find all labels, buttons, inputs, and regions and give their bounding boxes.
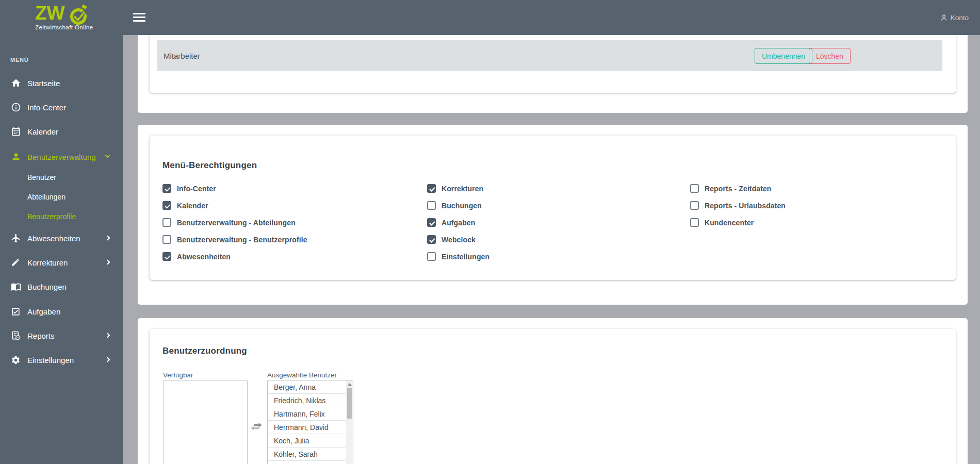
sidebar-item-abwesenheiten[interactable]: Abwesenheiten bbox=[0, 232, 123, 244]
checkbox-row[interactable]: Kundencenter bbox=[690, 214, 786, 231]
logo-tagline: Zeitwirtschaft Online bbox=[35, 24, 93, 30]
checkbox[interactable] bbox=[162, 184, 171, 193]
list-item[interactable]: Berger, Anna bbox=[268, 380, 346, 394]
list-item[interactable] bbox=[268, 461, 346, 464]
app-logo[interactable]: ZW Zeitwirtschaft Online bbox=[35, 3, 93, 30]
hamburger-menu-icon[interactable] bbox=[133, 13, 145, 22]
main-content: Mitarbeiter Umbenennen Löschen Menü-Bere… bbox=[123, 0, 980, 464]
sidebar-item-einstellungen[interactable]: Einstellungen bbox=[0, 354, 123, 366]
permissions-column-1: Info-Center Kalender Benutzerverwaltung … bbox=[162, 180, 307, 265]
list-item[interactable]: Koch, Julia bbox=[268, 434, 346, 448]
permissions-card: Menü-Berechtigungen Info-Center Kalender… bbox=[150, 136, 956, 280]
sidebar-subitem-abteilungen[interactable]: Abteilungen bbox=[0, 191, 123, 203]
task-check-icon bbox=[11, 306, 21, 317]
scrollbar-thumb[interactable] bbox=[347, 388, 352, 419]
chevron-right-icon bbox=[105, 357, 110, 362]
checkbox-row[interactable]: Reports - Zeitdaten bbox=[690, 180, 786, 197]
pencil-icon bbox=[11, 257, 21, 268]
selected-users-listbox[interactable]: Berger, Anna Friedrich, Niklas Hartmann,… bbox=[267, 380, 353, 464]
sidebar-item-aufgaben[interactable]: Aufgaben bbox=[0, 305, 123, 318]
listbox-scrollbar[interactable] bbox=[346, 380, 353, 464]
checkbox[interactable] bbox=[162, 235, 171, 244]
checkbox-row[interactable]: Benutzerverwaltung - Benutzerprofile bbox=[162, 231, 307, 248]
checkbox[interactable] bbox=[690, 201, 699, 210]
home-icon bbox=[11, 78, 21, 88]
checkbox-row[interactable]: Korrekturen bbox=[427, 180, 489, 197]
list-item[interactable]: Herrmann, David bbox=[268, 421, 346, 434]
assignment-title: Benutzerzuordnung bbox=[162, 346, 247, 356]
rename-button[interactable]: Umbenennen bbox=[755, 48, 812, 64]
checkbox-row[interactable]: Abwesenheiten bbox=[162, 248, 307, 265]
checkbox-row[interactable]: Reports - Urlaubsdaten bbox=[690, 197, 786, 214]
logo-text: ZW bbox=[35, 3, 65, 24]
checkbox-row[interactable]: Aufgaben bbox=[427, 214, 489, 231]
sidebar-item-kalender[interactable]: Kalender bbox=[0, 125, 123, 138]
checkbox-row[interactable]: Benutzerverwaltung - Abteilungen bbox=[162, 214, 307, 231]
permissions-column-3: Reports - Zeitdaten Reports - Urlaubsdat… bbox=[690, 180, 786, 231]
book-icon bbox=[11, 281, 21, 292]
table-row-divider bbox=[150, 38, 956, 38]
airplane-icon bbox=[11, 233, 21, 243]
checkbox-row[interactable]: Einstellungen bbox=[427, 248, 489, 265]
info-icon bbox=[11, 102, 21, 112]
profile-row-selected[interactable]: Mitarbeiter Umbenennen Löschen bbox=[157, 40, 942, 71]
checkbox[interactable] bbox=[427, 184, 436, 193]
calendar-icon bbox=[11, 126, 21, 137]
list-item[interactable]: Hartmann, Felix bbox=[268, 407, 346, 421]
checkbox-row[interactable]: Kalender bbox=[162, 197, 307, 214]
list-item[interactable]: Köhler, Sarah bbox=[268, 448, 346, 461]
chevron-right-icon bbox=[105, 236, 110, 241]
sidebar-item-benutzerverwaltung[interactable]: Benutzerverwaltung bbox=[0, 151, 123, 163]
chevron-right-icon bbox=[105, 260, 110, 265]
scroll-up-arrow-icon[interactable] bbox=[348, 383, 352, 386]
account-button[interactable]: Konto bbox=[940, 0, 969, 35]
selected-users-label: Ausgewählte Benutzer bbox=[267, 371, 337, 379]
sidebar-section-label: MENÜ bbox=[10, 57, 29, 63]
assignment-panel: Benutzerzuordnung Verfügbar Ausgewählte … bbox=[138, 318, 968, 464]
checkbox[interactable] bbox=[427, 252, 436, 261]
chevron-right-icon bbox=[105, 333, 110, 338]
checkbox[interactable] bbox=[427, 235, 436, 244]
sidebar: MENÜ Startseite Info-Center Kalender Ben… bbox=[0, 0, 123, 464]
delete-button[interactable]: Löschen bbox=[809, 48, 851, 64]
account-label: Konto bbox=[951, 14, 969, 22]
sidebar-item-buchungen[interactable]: Buchungen bbox=[0, 280, 123, 293]
checkbox-row[interactable]: Buchungen bbox=[427, 197, 489, 214]
sidebar-item-korrekturen[interactable]: Korrekturen bbox=[0, 256, 123, 269]
permissions-panel: Menü-Berechtigungen Info-Center Kalender… bbox=[138, 125, 968, 305]
sidebar-subitem-benutzerprofile[interactable]: Benutzerprofile bbox=[0, 210, 123, 223]
checkbox[interactable] bbox=[427, 218, 436, 227]
transfer-arrows-icon bbox=[251, 423, 262, 433]
checkbox[interactable] bbox=[690, 218, 699, 227]
selected-users-rows: Berger, Anna Friedrich, Niklas Hartmann,… bbox=[268, 380, 346, 464]
sidebar-item-startseite[interactable]: Startseite bbox=[0, 77, 123, 89]
sidebar-item-info-center[interactable]: Info-Center bbox=[0, 101, 123, 113]
checkbox[interactable] bbox=[162, 218, 171, 227]
checkbox[interactable] bbox=[162, 252, 171, 261]
profile-name: Mitarbeiter bbox=[164, 40, 200, 71]
sidebar-subitem-benutzer[interactable]: Benutzer bbox=[0, 171, 123, 184]
checkbox[interactable] bbox=[690, 184, 699, 193]
gear-icon bbox=[11, 355, 21, 365]
available-label: Verfügbar bbox=[163, 371, 193, 379]
checkbox-row[interactable]: Webclock bbox=[427, 231, 489, 248]
list-item[interactable]: Friedrich, Niklas bbox=[268, 394, 346, 407]
assignment-card: Benutzerzuordnung Verfügbar Ausgewählte … bbox=[150, 329, 956, 464]
chevron-down-icon bbox=[105, 153, 110, 158]
checkbox[interactable] bbox=[162, 201, 171, 210]
person-outline-icon bbox=[940, 13, 948, 22]
report-clock-icon bbox=[11, 330, 21, 341]
checkbox-row[interactable]: Info-Center bbox=[162, 180, 307, 197]
app-header: ZW Zeitwirtschaft Online Konto bbox=[0, 0, 980, 35]
available-users-listbox[interactable] bbox=[163, 380, 248, 464]
checkbox[interactable] bbox=[427, 201, 436, 210]
permissions-column-2: Korrekturen Buchungen Aufgaben Webclock … bbox=[427, 180, 489, 265]
sidebar-item-reports[interactable]: Reports bbox=[0, 329, 123, 342]
permissions-title: Menü-Berechtigungen bbox=[162, 160, 257, 171]
person-icon bbox=[11, 152, 21, 162]
